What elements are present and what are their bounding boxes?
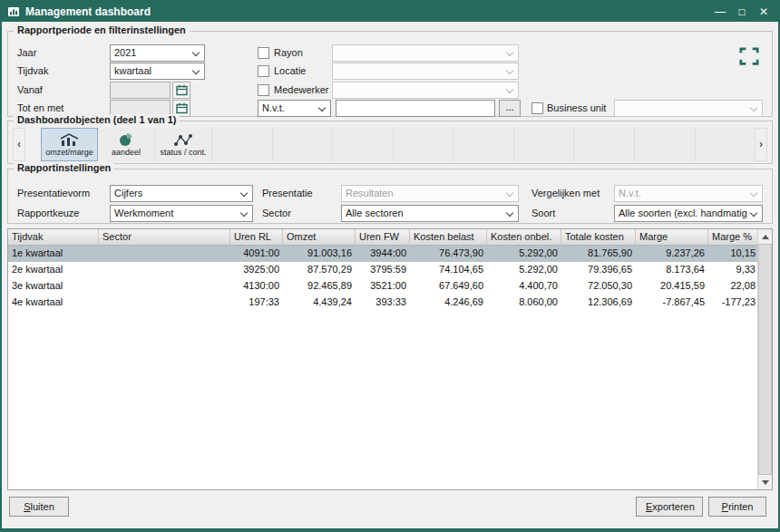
dashboard-object-empty-slot xyxy=(514,128,575,161)
dashboard-object-omzet-marge[interactable]: omzet/marge xyxy=(41,128,98,161)
table-row[interactable]: 1e kwartaal4091:0091.003,163944:0076.473… xyxy=(8,246,772,262)
printen-button[interactable]: Printen xyxy=(708,497,766,517)
table-cell: 4091:00 xyxy=(230,246,283,262)
medewerker-checkbox[interactable] xyxy=(258,84,269,96)
chevron-down-icon xyxy=(190,45,204,61)
vergelijken-met-value: N.v.t. xyxy=(615,186,748,201)
dashboard-object-empty-slot xyxy=(696,128,756,161)
table-cell: 81.765,90 xyxy=(561,246,636,262)
dashboard-object-status-cont[interactable]: status / cont. xyxy=(155,128,212,161)
dashboard-object-slots: omzet/marge aandeel status / cont. xyxy=(41,128,756,161)
chevron-down-icon xyxy=(504,45,518,61)
vertical-scrollbar[interactable] xyxy=(757,229,772,489)
table-cell: 1e kwartaal xyxy=(8,246,99,262)
chevron-down-icon xyxy=(748,186,762,201)
fullscreen-button[interactable] xyxy=(734,43,765,70)
medewerker-select[interactable] xyxy=(332,82,519,99)
chevron-down-icon xyxy=(748,206,762,221)
column-header[interactable]: Totale kosten xyxy=(561,229,636,245)
jaar-select[interactable]: 2021 xyxy=(110,44,205,62)
business-unit-checkbox[interactable] xyxy=(531,102,543,114)
table-cell: 5.292,00 xyxy=(487,262,561,278)
locatie-checkbox[interactable] xyxy=(258,65,269,77)
column-header[interactable]: Sector xyxy=(99,229,230,245)
locatie-select[interactable] xyxy=(332,63,519,80)
column-header[interactable]: Kosten onbel. xyxy=(487,229,561,245)
titlebar[interactable]: Management dashboard — □ ✕ xyxy=(2,2,778,22)
table-cell: 91.003,16 xyxy=(283,246,356,262)
rapportkeuze-label: Rapportkeuze xyxy=(17,205,80,222)
table-cell: 22,08 xyxy=(708,278,759,295)
scroll-up-button[interactable] xyxy=(758,229,772,244)
table-cell: 20.415,59 xyxy=(636,278,708,295)
scrollbar-thumb[interactable] xyxy=(758,244,772,475)
table-cell xyxy=(99,278,230,295)
objects-next-button[interactable]: › xyxy=(755,128,767,161)
report-settings-legend: Rapportinstellingen xyxy=(14,162,114,173)
table-cell: 4130:00 xyxy=(230,278,283,295)
table-cell: 4.439,24 xyxy=(283,295,356,311)
presentatie-select[interactable]: Resultaten xyxy=(341,185,519,202)
vanaf-input[interactable] xyxy=(110,82,171,99)
dashboard-object-aandeel[interactable]: aandeel xyxy=(98,128,155,161)
dashboard-objects-groupbox: Dashboardobjecten (deel 1 van 1) ‹ omzet… xyxy=(7,121,773,164)
soort-select[interactable]: Alle soorten (excl. handmatig xyxy=(614,205,763,222)
column-header[interactable]: Tijdvak xyxy=(8,229,99,245)
sluiten-button[interactable]: Sluiten xyxy=(9,497,69,517)
free-filter-input[interactable] xyxy=(336,100,495,117)
close-button[interactable]: ✕ xyxy=(755,3,773,21)
rapportkeuze-value: Werkmoment xyxy=(111,206,239,221)
rayon-label: Rayon xyxy=(274,44,303,62)
table-row[interactable]: 2e kwartaal3925:0087.570,293795:5974.104… xyxy=(8,262,772,278)
dashboard-object-label: omzet/marge xyxy=(45,148,93,157)
business-unit-value xyxy=(615,101,748,116)
nvt-select[interactable]: N.v.t. xyxy=(258,100,331,117)
rayon-select[interactable] xyxy=(332,44,519,62)
medewerker-label: Medewerker xyxy=(274,82,329,99)
presentatievorm-select[interactable]: Cijfers xyxy=(110,185,253,202)
sector-value: Alle sectoren xyxy=(342,206,504,221)
dashboard-object-empty-slot xyxy=(394,128,454,161)
table-cell: 9.237,26 xyxy=(636,246,708,262)
bar-chart-icon xyxy=(59,132,81,147)
maximize-button[interactable]: □ xyxy=(733,3,751,21)
table-cell: 393:33 xyxy=(356,295,410,311)
table-cell: 4e kwartaal xyxy=(8,295,99,311)
rayon-checkbox[interactable] xyxy=(258,47,269,59)
objects-prev-button[interactable]: ‹ xyxy=(13,128,25,161)
presentatievorm-value: Cijfers xyxy=(111,186,239,201)
sector-select[interactable]: Alle sectoren xyxy=(341,205,519,222)
table-cell: 4.400,70 xyxy=(487,278,561,295)
table-row[interactable]: 4e kwartaal197:334.439,24393:334.246,698… xyxy=(8,295,772,311)
column-header[interactable]: Marge xyxy=(636,229,708,245)
dashboard-object-empty-slot xyxy=(212,128,273,161)
minimize-button[interactable]: — xyxy=(711,3,729,21)
vanaf-calendar-button[interactable] xyxy=(172,82,190,99)
tijdvak-select[interactable]: kwartaal xyxy=(110,63,205,80)
column-header[interactable]: Omzet xyxy=(283,229,356,245)
sluiten-button-label: Sluiten xyxy=(10,498,68,516)
scrollbar-track[interactable] xyxy=(758,244,772,475)
scroll-down-button[interactable] xyxy=(758,475,772,489)
column-header[interactable]: Uren RL xyxy=(230,229,283,245)
triangle-up-icon xyxy=(762,235,769,239)
rapportkeuze-select[interactable]: Werkmoment xyxy=(110,205,253,222)
filters-groupbox: Rapportperiode en filterinstellingen Jaa… xyxy=(7,31,773,117)
column-header[interactable]: Uren FW xyxy=(356,229,410,245)
table-cell: 8.060,00 xyxy=(487,295,561,311)
table-cell xyxy=(99,262,230,278)
column-header[interactable]: Kosten belast xyxy=(410,229,487,245)
column-header[interactable]: Marge % xyxy=(708,229,759,245)
app-icon xyxy=(7,5,20,18)
chevron-down-icon xyxy=(239,206,252,221)
table-cell: 5.292,00 xyxy=(487,246,561,262)
dashboard-object-label: aandeel xyxy=(112,148,141,157)
exporteren-button[interactable]: Exporteren xyxy=(636,497,703,517)
business-unit-select[interactable] xyxy=(614,100,763,117)
browse-button[interactable]: ... xyxy=(499,100,521,117)
table-cell: -177,23 xyxy=(708,295,759,311)
table-row[interactable]: 3e kwartaal4130:0092.465,893521:0067.649… xyxy=(8,278,772,295)
rayon-value xyxy=(333,45,504,61)
table-body: 1e kwartaal4091:0091.003,163944:0076.473… xyxy=(8,246,772,311)
vergelijken-met-select[interactable]: N.v.t. xyxy=(614,185,763,202)
